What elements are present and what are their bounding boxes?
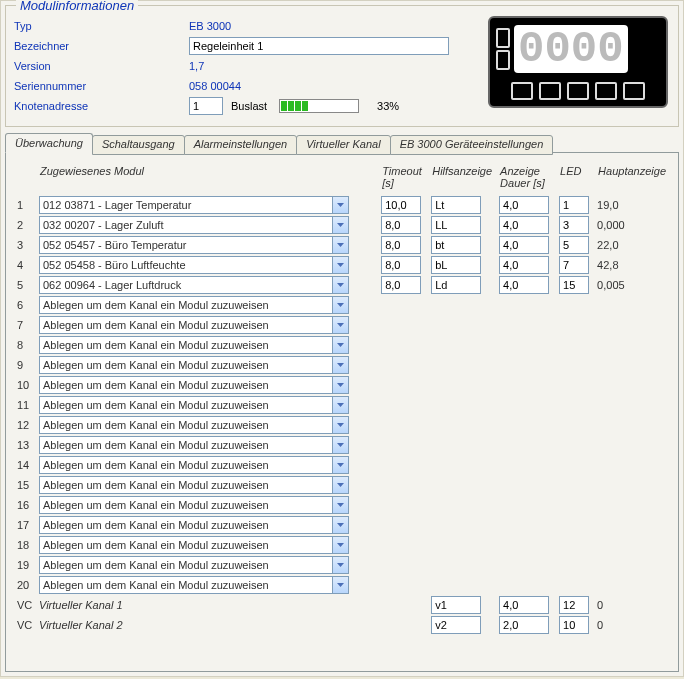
module-combo-input[interactable] (39, 516, 332, 534)
chevron-down-icon[interactable] (332, 576, 349, 594)
row-number: 20 (14, 575, 36, 595)
module-combo[interactable] (39, 556, 349, 574)
row-number: 10 (14, 375, 36, 395)
hilfsanzeige-input[interactable] (431, 256, 481, 274)
chevron-down-icon[interactable] (332, 336, 349, 354)
module-combo[interactable] (39, 296, 349, 314)
dauer-input[interactable] (499, 236, 549, 254)
module-combo-input[interactable] (39, 456, 332, 474)
module-combo-input[interactable] (39, 296, 332, 314)
tab-geraeteeinstellungen[interactable]: EB 3000 Geräteeinstellungen (390, 135, 554, 155)
led-input[interactable] (559, 196, 589, 214)
module-combo[interactable] (39, 436, 349, 454)
module-combo[interactable] (39, 476, 349, 494)
table-row: 20 (14, 575, 670, 595)
module-combo[interactable] (39, 196, 349, 214)
module-combo-input[interactable] (39, 336, 332, 354)
timeout-input[interactable] (381, 196, 421, 214)
timeout-input[interactable] (381, 216, 421, 234)
timeout-input[interactable] (381, 236, 421, 254)
chevron-down-icon[interactable] (332, 516, 349, 534)
chevron-down-icon[interactable] (332, 456, 349, 474)
chevron-down-icon[interactable] (332, 216, 349, 234)
tab-alarm[interactable]: Alarmeinstellungen (184, 135, 298, 155)
led-input[interactable] (559, 276, 589, 294)
led-input[interactable] (559, 236, 589, 254)
tab-virtueller-kanal[interactable]: Virtueller Kanal (296, 135, 390, 155)
module-combo-input[interactable] (39, 376, 332, 394)
led-input[interactable] (559, 596, 589, 614)
module-combo[interactable] (39, 356, 349, 374)
chevron-down-icon[interactable] (332, 496, 349, 514)
module-combo[interactable] (39, 396, 349, 414)
chevron-down-icon[interactable] (332, 556, 349, 574)
hilfsanzeige-input[interactable] (431, 276, 481, 294)
module-combo-input[interactable] (39, 396, 332, 414)
module-combo-input[interactable] (39, 556, 332, 574)
chevron-down-icon[interactable] (332, 296, 349, 314)
knotenadresse-input[interactable] (189, 97, 223, 115)
hilfsanzeige-input[interactable] (431, 196, 481, 214)
dauer-input[interactable] (499, 616, 549, 634)
hilfsanzeige-input[interactable] (431, 236, 481, 254)
module-combo[interactable] (39, 236, 349, 254)
dauer-input[interactable] (499, 216, 549, 234)
chevron-down-icon[interactable] (332, 536, 349, 554)
row-number: 7 (14, 315, 36, 335)
module-combo[interactable] (39, 216, 349, 234)
module-info-panel: Modulinformationen 0000 Typ EB (5, 5, 679, 127)
dauer-input[interactable] (499, 196, 549, 214)
module-combo[interactable] (39, 316, 349, 334)
module-combo[interactable] (39, 276, 349, 294)
hilfsanzeige-input[interactable] (431, 616, 481, 634)
led-input[interactable] (559, 256, 589, 274)
chevron-down-icon[interactable] (332, 236, 349, 254)
dauer-input[interactable] (499, 256, 549, 274)
module-combo-input[interactable] (39, 316, 332, 334)
dauer-input[interactable] (499, 276, 549, 294)
module-combo-input[interactable] (39, 356, 332, 374)
module-combo-input[interactable] (39, 416, 332, 434)
chevron-down-icon[interactable] (332, 196, 349, 214)
module-combo[interactable] (39, 516, 349, 534)
module-combo-input[interactable] (39, 536, 332, 554)
chevron-down-icon[interactable] (332, 316, 349, 334)
module-combo[interactable] (39, 376, 349, 394)
tab-schaltausgang[interactable]: Schaltausgang (92, 135, 185, 155)
chevron-down-icon[interactable] (332, 396, 349, 414)
module-combo-input[interactable] (39, 256, 332, 274)
timeout-input[interactable] (381, 276, 421, 294)
led-input[interactable] (559, 216, 589, 234)
chevron-down-icon[interactable] (332, 416, 349, 434)
module-combo-input[interactable] (39, 496, 332, 514)
col-led: LED (556, 163, 594, 195)
chevron-down-icon[interactable] (332, 476, 349, 494)
module-combo-input[interactable] (39, 476, 332, 494)
module-combo-input[interactable] (39, 196, 332, 214)
module-combo[interactable] (39, 536, 349, 554)
timeout-input[interactable] (381, 256, 421, 274)
hauptanzeige-value: 0,005 (597, 279, 625, 291)
chevron-down-icon[interactable] (332, 276, 349, 294)
hilfsanzeige-input[interactable] (431, 596, 481, 614)
module-combo[interactable] (39, 336, 349, 354)
module-combo-input[interactable] (39, 576, 332, 594)
module-combo[interactable] (39, 496, 349, 514)
module-combo-input[interactable] (39, 436, 332, 454)
hilfsanzeige-input[interactable] (431, 216, 481, 234)
tab-ueberwachung[interactable]: Überwachung (5, 133, 93, 153)
led-input[interactable] (559, 616, 589, 634)
dauer-input[interactable] (499, 596, 549, 614)
module-combo[interactable] (39, 256, 349, 274)
module-combo[interactable] (39, 416, 349, 434)
module-combo-input[interactable] (39, 216, 332, 234)
module-combo-input[interactable] (39, 236, 332, 254)
chevron-down-icon[interactable] (332, 376, 349, 394)
chevron-down-icon[interactable] (332, 256, 349, 274)
chevron-down-icon[interactable] (332, 436, 349, 454)
module-combo-input[interactable] (39, 276, 332, 294)
chevron-down-icon[interactable] (332, 356, 349, 374)
module-combo[interactable] (39, 576, 349, 594)
module-combo[interactable] (39, 456, 349, 474)
bezeichner-input[interactable] (189, 37, 449, 55)
